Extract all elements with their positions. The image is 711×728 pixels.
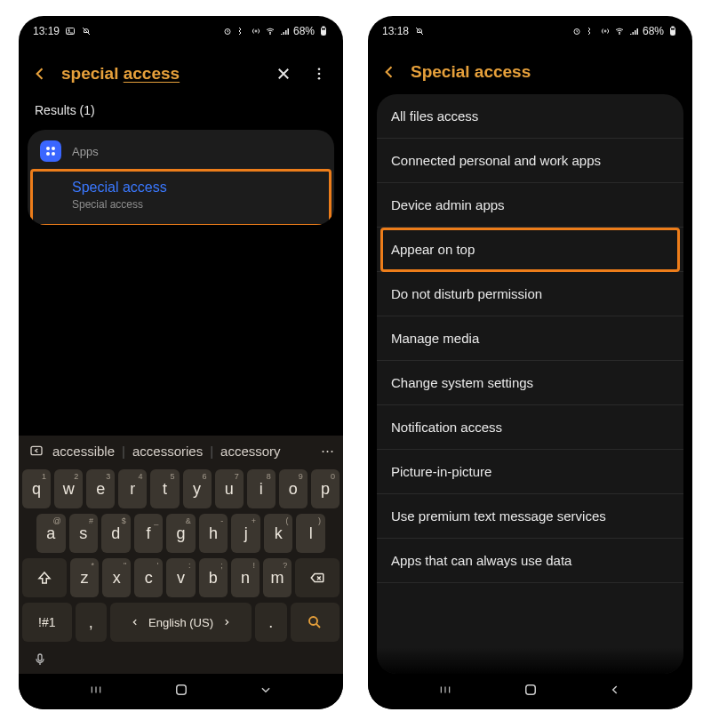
svg-point-17 <box>619 34 619 35</box>
status-time: 13:18 <box>382 25 409 37</box>
suggestion-1[interactable]: accessible <box>52 444 115 459</box>
svg-point-4 <box>269 34 270 35</box>
settings-row[interactable]: Connected personal and work apps <box>377 139 683 183</box>
svg-point-16 <box>604 30 606 32</box>
symbols-key[interactable]: !#1 <box>22 603 72 642</box>
key-r[interactable]: r4 <box>118 469 147 508</box>
picture-icon <box>65 26 76 36</box>
settings-row[interactable]: Change system settings <box>377 361 683 405</box>
key-x[interactable]: x" <box>102 558 131 597</box>
result-title: Special access <box>72 180 322 196</box>
key-a[interactable]: a@ <box>36 514 66 553</box>
apps-icon <box>40 140 61 162</box>
key-d[interactable]: d$ <box>101 514 131 553</box>
comma-key[interactable]: , <box>76 603 108 642</box>
result-category-label: Apps <box>72 145 99 158</box>
search-header: special access <box>19 46 343 98</box>
page-header: Special access <box>368 46 692 94</box>
nav-hide-keyboard-icon[interactable] <box>258 684 274 700</box>
key-e[interactable]: e3 <box>86 469 115 508</box>
nav-home-icon[interactable] <box>173 682 189 701</box>
key-c[interactable]: c' <box>134 558 163 597</box>
svg-point-8 <box>318 68 321 70</box>
more-icon[interactable] <box>308 62 331 85</box>
svg-rect-13 <box>38 654 42 660</box>
phone-search: 13:19 68% <box>19 16 343 709</box>
key-q[interactable]: q1 <box>22 469 51 508</box>
settings-row[interactable]: Do not disturb permission <box>377 272 683 316</box>
settings-row[interactable]: Picture-in-picture <box>377 450 683 494</box>
space-key[interactable]: English (US) <box>110 603 252 642</box>
mic-icon[interactable] <box>33 652 47 667</box>
suggestion-more-icon[interactable]: ⋯ <box>321 443 334 459</box>
back-icon[interactable] <box>31 65 49 83</box>
alarm-icon <box>222 26 233 36</box>
key-u[interactable]: u7 <box>215 469 244 508</box>
settings-row[interactable]: Manage media <box>377 316 683 361</box>
key-g[interactable]: g& <box>166 514 196 553</box>
back-icon[interactable] <box>380 63 398 81</box>
keyboard-suggestion-bar: accessible | accessories | accessory ⋯ <box>19 436 343 466</box>
wifi-icon <box>265 26 276 36</box>
key-t[interactable]: t5 <box>150 469 179 508</box>
phone-special-access: 13:18 68% Special access All fi <box>368 16 692 709</box>
svg-rect-6 <box>323 30 325 35</box>
key-i[interactable]: i8 <box>247 469 276 508</box>
settings-list: All files accessConnected personal and w… <box>377 94 683 674</box>
result-category-row[interactable]: Apps <box>28 130 334 171</box>
signal-icon <box>628 26 639 36</box>
search-input[interactable]: special access <box>61 64 180 84</box>
key-z[interactable]: z* <box>70 558 99 597</box>
svg-rect-11 <box>31 446 42 454</box>
backspace-key[interactable] <box>295 558 340 597</box>
nav-back-icon[interactable] <box>607 684 623 700</box>
status-bar: 13:19 68% <box>19 16 343 46</box>
search-key[interactable] <box>291 603 340 642</box>
svg-rect-7 <box>323 27 324 28</box>
svg-rect-21 <box>525 685 535 695</box>
key-b[interactable]: b; <box>199 558 228 597</box>
suggestion-3[interactable]: accessory <box>220 444 281 459</box>
svg-point-12 <box>309 617 317 625</box>
svg-rect-19 <box>672 30 675 35</box>
page-title: Special access <box>411 62 531 82</box>
settings-row[interactable]: Appear on top <box>377 228 683 272</box>
alarm-icon <box>571 26 582 36</box>
settings-row[interactable]: Use premium text message services <box>377 494 683 539</box>
key-j[interactable]: j+ <box>231 514 260 553</box>
key-w[interactable]: w2 <box>54 469 83 508</box>
settings-row[interactable]: Notification access <box>377 405 683 450</box>
key-k[interactable]: k( <box>264 514 293 553</box>
settings-row[interactable]: Device admin apps <box>377 183 683 228</box>
period-key[interactable]: . <box>255 603 287 642</box>
key-y[interactable]: y6 <box>183 469 212 508</box>
keyboard: q1w2e3r4t5y6u7i8o9p0 a@s#d$f_g&h-j+k(l) … <box>19 466 343 674</box>
key-l[interactable]: l) <box>296 514 325 553</box>
clear-icon[interactable] <box>272 62 295 85</box>
svg-point-9 <box>318 73 321 76</box>
nav-home-icon[interactable] <box>523 682 539 701</box>
results-count: Results (1) <box>19 98 343 130</box>
hotspot-icon <box>600 26 611 36</box>
nav-recents-icon[interactable] <box>437 684 453 700</box>
status-bar: 13:18 68% <box>368 16 692 46</box>
suggestion-2[interactable]: accessories <box>132 444 203 459</box>
key-p[interactable]: p0 <box>311 469 340 508</box>
battery-icon <box>318 26 329 36</box>
vibrate-icon <box>236 26 247 36</box>
hotspot-icon <box>251 26 261 36</box>
key-h[interactable]: h- <box>199 514 228 553</box>
key-m[interactable]: m? <box>263 558 292 597</box>
suggestion-collapse-icon[interactable] <box>28 444 45 458</box>
key-n[interactable]: n! <box>231 558 260 597</box>
settings-row[interactable]: All files access <box>377 94 683 139</box>
nav-recents-icon[interactable] <box>88 684 104 700</box>
settings-row[interactable]: Apps that can always use data <box>377 539 683 583</box>
key-s[interactable]: s# <box>69 514 99 553</box>
vibrate-icon <box>586 26 596 36</box>
shift-key[interactable] <box>22 558 67 597</box>
key-f[interactable]: f_ <box>134 514 164 553</box>
result-item-special-access[interactable]: Special access Special access <box>28 171 334 225</box>
key-o[interactable]: o9 <box>279 469 308 508</box>
key-v[interactable]: v: <box>166 558 195 597</box>
